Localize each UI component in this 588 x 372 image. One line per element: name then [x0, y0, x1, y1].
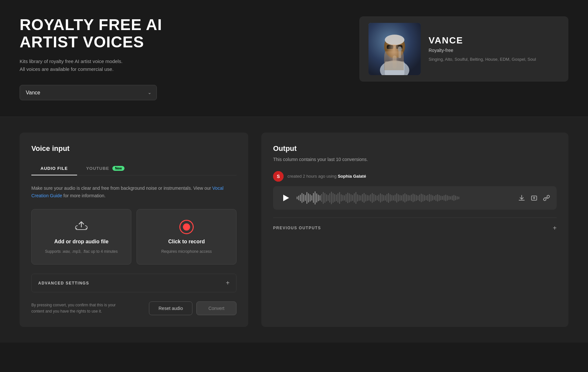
- info-text-before: Make sure your audio is clear and free f…: [31, 186, 212, 191]
- svg-rect-7: [399, 49, 401, 58]
- record-subtitle: Requires microphone access: [161, 249, 212, 254]
- convert-button[interactable]: Convert: [196, 301, 237, 315]
- info-text: Make sure your audio is clear and free f…: [31, 185, 237, 200]
- play-button[interactable]: [280, 192, 291, 204]
- action-buttons: Reset audio Convert: [149, 301, 237, 315]
- upload-icon: [75, 220, 88, 234]
- svg-rect-0: [368, 23, 421, 75]
- plus-icon: +: [226, 279, 230, 287]
- record-icon: [179, 220, 194, 234]
- voice-select[interactable]: Vance Sophia Galaté Other Artist: [20, 85, 157, 100]
- subtitle-line1: Kits library of royalty free AI artist v…: [20, 58, 122, 64]
- svg-text:S: S: [277, 174, 280, 179]
- add-file-subtitle: Supports .wav, .mp3, .flac up to 4 minut…: [45, 249, 118, 254]
- top-section: ROYALTY FREE AI ARTIST VOICES Kits libra…: [0, 0, 588, 117]
- previous-outputs-expand-icon: +: [553, 224, 557, 232]
- tab-audio-file[interactable]: AUDIO FILE: [31, 162, 77, 175]
- download-icon[interactable]: [518, 194, 525, 202]
- artist-tags: Singing, Alto, Soulful, Belting, House, …: [429, 56, 559, 63]
- svg-point-8: [398, 46, 402, 52]
- link-icon[interactable]: [543, 194, 550, 202]
- tab-youtube[interactable]: YOUTUBE New: [77, 162, 134, 175]
- subtitle-line2: All voices are available for commercial …: [20, 66, 114, 72]
- artist-image: [368, 23, 421, 75]
- svg-rect-9: [385, 61, 404, 75]
- avatar-svg: S: [273, 171, 284, 182]
- tabs: AUDIO FILE YOUTUBE New: [31, 162, 237, 175]
- artist-name: VANCE: [429, 35, 559, 46]
- conversion-time-text: created 2 hours ago using: [287, 174, 338, 179]
- conversion-artist: Sophia Galaté: [338, 174, 366, 179]
- avatar: S: [273, 171, 284, 182]
- artist-image-inner: [368, 23, 421, 75]
- add-to-library-icon[interactable]: [531, 194, 538, 202]
- record-card[interactable]: Click to record Requires microphone acce…: [137, 209, 237, 265]
- record-title: Click to record: [168, 239, 205, 245]
- reset-audio-button[interactable]: Reset audio: [149, 301, 192, 315]
- tab-audio-file-label: AUDIO FILE: [41, 166, 68, 171]
- link-svg: [543, 194, 550, 202]
- download-svg: [518, 194, 525, 202]
- previous-outputs[interactable]: PREVIOUS OUTPUTS +: [273, 218, 557, 232]
- info-text-after: for more information.: [62, 193, 106, 198]
- artist-royalty-label: Royalty-free: [429, 48, 559, 53]
- audio-player: [273, 186, 557, 210]
- play-icon: [283, 195, 289, 201]
- record-icon-dot: [183, 223, 190, 231]
- page-title: ROYALTY FREE AI ARTIST VOICES: [20, 16, 222, 51]
- audio-actions: [518, 194, 550, 202]
- artist-card: VANCE Royalty-free Singing, Alto, Soulfu…: [359, 16, 568, 82]
- action-bar: By pressing convert, you confirm that th…: [31, 301, 237, 315]
- action-disclaimer: By pressing convert, you confirm that th…: [31, 302, 123, 315]
- output-title: Output: [273, 144, 557, 153]
- conversion-time: created 2 hours ago using Sophia Galaté: [287, 174, 366, 179]
- artist-portrait-svg: [368, 23, 421, 75]
- tab-youtube-badge: New: [112, 166, 124, 171]
- main-content: Voice input AUDIO FILE YOUTUBE New Make …: [0, 117, 588, 343]
- add-file-card[interactable]: Add or drop audio file Supports .wav, .m…: [31, 209, 131, 265]
- output-panel: Output This column contains your last 10…: [261, 133, 568, 327]
- svg-rect-4: [387, 45, 393, 49]
- add-file-title: Add or drop audio file: [54, 239, 108, 245]
- conversion-item: S created 2 hours ago using Sophia Galat…: [273, 171, 557, 210]
- hero-subtitle: Kits library of royalty free AI artist v…: [20, 57, 222, 73]
- tab-youtube-label: YOUTUBE: [86, 166, 109, 171]
- advanced-settings-label: ADVANCED SETTINGS: [38, 281, 89, 285]
- waveform: [297, 191, 513, 204]
- voice-input-panel: Voice input AUDIO FILE YOUTUBE New Make …: [20, 133, 248, 327]
- record-icon-circle: [179, 220, 194, 234]
- advanced-settings[interactable]: ADVANCED SETTINGS +: [31, 274, 237, 292]
- voice-select-wrapper[interactable]: Vance Sophia Galaté Other Artist ⌄: [20, 85, 157, 100]
- hero-left: ROYALTY FREE AI ARTIST VOICES Kits libra…: [20, 16, 222, 100]
- svg-point-3: [385, 35, 404, 45]
- upload-svg-icon: [75, 220, 88, 232]
- output-subtitle: This column contains your last 10 conver…: [273, 157, 557, 162]
- upload-area: Add or drop audio file Supports .wav, .m…: [31, 209, 237, 265]
- previous-outputs-label: PREVIOUS OUTPUTS: [273, 226, 321, 230]
- conversion-meta: S created 2 hours ago using Sophia Galat…: [273, 171, 557, 182]
- add-library-svg: [531, 194, 538, 202]
- artist-info: VANCE Royalty-free Singing, Alto, Soulfu…: [429, 35, 559, 63]
- voice-input-title: Voice input: [31, 144, 237, 153]
